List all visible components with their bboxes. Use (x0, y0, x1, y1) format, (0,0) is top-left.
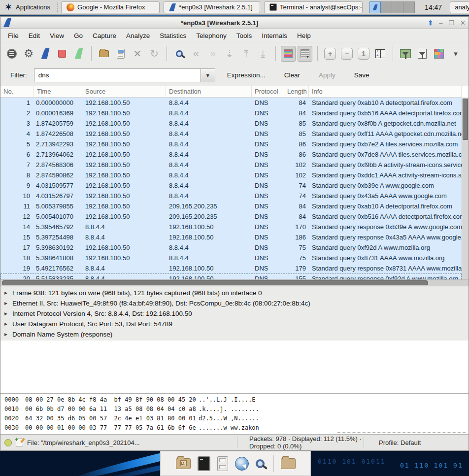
column-header-info[interactable]: Info (309, 86, 462, 97)
column-header-destination[interactable]: Destination (166, 86, 252, 97)
packet-row[interactable]: 185.398641808192.168.100.508.8.4.4DNS75S… (0, 253, 462, 263)
filter-dropdown-button[interactable]: ▼ (201, 68, 215, 82)
column-header-protocol[interactable]: Protocol (252, 86, 284, 97)
auto-scroll-button[interactable] (298, 46, 312, 62)
window-titlebar[interactable]: *enp0s3 [Wireshark 2.5.1] ⬆ – ❐ ✕ (0, 17, 469, 29)
colorize-packets-button[interactable] (281, 46, 296, 62)
menu-file[interactable]: File (3, 31, 23, 41)
packet-row[interactable]: 195.4921765628.8.4.4192.168.100.50DNS179… (0, 263, 462, 273)
packet-row[interactable]: 155.3972544988.8.4.4192.168.100.50DNS186… (0, 232, 462, 242)
packet-row[interactable]: 82.874590862192.168.100.508.8.4.4DNS102S… (0, 170, 462, 180)
dock-terminal-icon[interactable] (198, 456, 210, 471)
workspace-4[interactable] (403, 1, 415, 13)
capture-comment-icon[interactable] (16, 439, 23, 446)
workspace-2[interactable] (381, 1, 392, 13)
packet-row[interactable]: 72.874568306192.168.100.508.8.4.4DNS102S… (0, 160, 462, 170)
capture-options-button[interactable]: ⚙ (21, 46, 36, 62)
vertical-scrollbar-thumb[interactable] (463, 99, 468, 140)
menu-edit[interactable]: Edit (24, 31, 44, 41)
packet-row[interactable]: 104.031526797192.168.100.508.8.4.4DNS74S… (0, 191, 462, 201)
packet-row[interactable]: 115.005379855192.168.100.50209.165.200.2… (0, 201, 462, 211)
zoom-out-button[interactable]: − (339, 46, 354, 62)
menu-telephony[interactable]: Telephony (192, 31, 231, 41)
detail-ip[interactable]: Internet Protocol Version 4, Src: 8.8.4.… (0, 308, 469, 319)
workspace-3[interactable] (392, 1, 403, 13)
capture-stop-button[interactable] (55, 46, 69, 62)
capture-start-button[interactable] (38, 46, 53, 62)
horizontal-scrollbar[interactable] (0, 279, 469, 286)
filter-input[interactable] (34, 68, 201, 82)
detail-dns[interactable]: Domain Name System (response) (0, 329, 469, 340)
open-capture-button[interactable] (97, 46, 111, 62)
column-header-source[interactable]: Source (82, 86, 166, 97)
reload-capture-button[interactable]: ↻ (147, 46, 162, 62)
close-capture-button[interactable]: ✕ (130, 46, 145, 62)
resize-columns-button[interactable] (373, 46, 388, 62)
dock-web-browser-icon[interactable] (235, 457, 249, 471)
save-button[interactable]: Save (354, 71, 369, 79)
go-to-top-button[interactable]: ⤒ (239, 46, 254, 62)
taskbar-task-terminal[interactable]: Terminal - analyst@secOps:~ (264, 1, 363, 13)
menu-view[interactable]: View (45, 31, 68, 41)
zoom-in-button[interactable]: + (323, 46, 337, 62)
clear-button[interactable]: Clear (284, 71, 300, 79)
save-capture-button[interactable] (113, 46, 128, 62)
dock-folder-icon[interactable] (281, 458, 296, 469)
menu-go[interactable]: Go (69, 31, 87, 41)
menu-statistics[interactable]: Statistics (155, 31, 191, 41)
expert-info-led[interactable] (4, 439, 12, 446)
horizontal-scrollbar-thumb[interactable] (2, 280, 428, 285)
find-packet-button[interactable] (172, 46, 187, 62)
hex-line[interactable]: 001000 6b 0b d7 00 00 6a 11 13 a5 08 08 … (4, 405, 469, 414)
dock-search-icon[interactable] (256, 459, 265, 468)
capture-restart-button[interactable] (71, 46, 86, 62)
packet-row[interactable]: 205.5158332358.8.4.4192.168.100.50DNS155… (0, 273, 462, 279)
go-forward-button[interactable]: » (205, 46, 220, 62)
column-header-time[interactable]: Time (34, 86, 82, 97)
packet-row[interactable]: 145.3954657928.8.4.4192.168.100.50DNS170… (0, 222, 462, 232)
column-header-length[interactable]: Length (284, 86, 309, 97)
applications-menu[interactable]: ✶ Applications (2, 2, 54, 13)
column-header-no[interactable]: No. (0, 86, 34, 97)
packet-row[interactable]: 20.000016369192.168.100.508.8.4.4DNS84St… (0, 108, 462, 118)
menu-internals[interactable]: Internals (257, 31, 292, 41)
packet-row[interactable]: 175.398630192192.168.100.508.8.4.4DNS75S… (0, 242, 462, 253)
hex-line[interactable]: 003000 00 00 01 00 00 03 77 77 77 05 7a … (4, 423, 469, 433)
expression-button[interactable]: Expression... (227, 71, 266, 79)
go-back-button[interactable]: « (189, 46, 203, 62)
packet-row[interactable]: 31.874205759192.168.100.508.8.4.4DNS85St… (0, 118, 462, 129)
dock-documents-folder-icon[interactable] (176, 458, 191, 469)
list-interfaces-button[interactable] (4, 46, 19, 62)
minimize-button[interactable]: – (439, 19, 442, 27)
go-to-bottom-button[interactable]: ⤓ (256, 46, 270, 62)
toolbar-overflow-button[interactable]: ▾ (448, 46, 463, 62)
user-menu-button[interactable]: analyst (450, 1, 469, 13)
coloring-rules-button[interactable] (432, 46, 446, 62)
detail-udp[interactable]: User Datagram Protocol, Src Port: 53, Ds… (0, 319, 469, 329)
capture-filters-button[interactable] (398, 46, 413, 62)
packet-row[interactable]: 62.713964062192.168.100.508.8.4.4DNS86St… (0, 149, 462, 160)
close-button[interactable]: ✕ (460, 19, 466, 27)
detail-ethernet[interactable]: Ethernet II, Src: HuaweiTe_49:8f:90 (f8:… (0, 298, 469, 308)
menu-help[interactable]: Help (293, 31, 315, 41)
packet-row[interactable]: 52.713942293192.168.100.508.8.4.4DNS86St… (0, 139, 462, 149)
packet-row[interactable]: 41.874226508192.168.100.508.8.4.4DNS85St… (0, 129, 462, 139)
taskbar-task-firefox[interactable]: Google - Mozilla Firefox (61, 1, 160, 13)
packet-row[interactable]: 10.000000000192.168.100.508.8.4.4DNS84St… (0, 98, 462, 108)
apply-button[interactable]: Apply (319, 71, 335, 79)
display-filters-button[interactable] (415, 46, 430, 62)
detail-frame[interactable]: Frame 938: 121 bytes on wire (968 bits),… (0, 288, 469, 298)
taskbar-task-wireshark[interactable]: *enp0s3 [Wireshark 2.5.1] (164, 1, 260, 13)
workspace-1[interactable] (369, 1, 381, 13)
go-to-packet-button[interactable]: ⇣ (222, 46, 237, 62)
hex-line[interactable]: 002064 32 00 35 d6 05 00 57 2c 4e e1 03 … (4, 414, 469, 423)
shade-button[interactable]: ⬆ (428, 19, 433, 27)
packet-row[interactable]: 125.005401070192.168.100.50209.165.200.2… (0, 211, 462, 222)
dock-file-cabinet-icon[interactable] (217, 456, 228, 471)
profile-text[interactable]: Profile: Default (364, 439, 469, 446)
packet-row[interactable]: 94.031509577192.168.100.508.8.4.4DNS74St… (0, 180, 462, 191)
maximize-button[interactable]: ❐ (448, 19, 454, 27)
menu-tools[interactable]: Tools (232, 31, 257, 41)
hex-line[interactable]: 000008 00 27 0e 8b 4c f8 4a bf 49 8f 90 … (4, 395, 469, 405)
menu-analyze[interactable]: Analyze (122, 31, 154, 41)
